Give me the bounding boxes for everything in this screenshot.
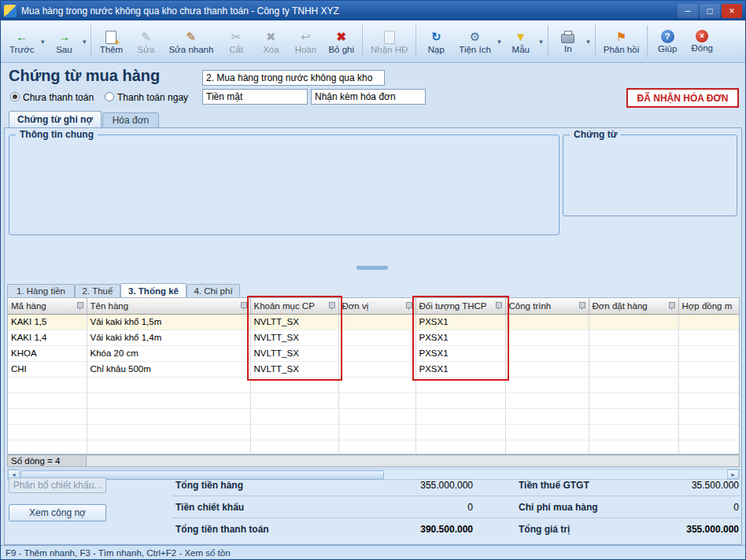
grid-tab-thong-ke[interactable]: 3. Thống kê: [120, 283, 186, 297]
total-payment-label: Tổng tiền thanh toán: [175, 524, 269, 535]
scissors-icon: ✂: [231, 29, 242, 44]
help-icon: ?: [661, 30, 674, 43]
toolbar-button-template[interactable]: ▼ Mẫu ▾: [504, 22, 545, 61]
toolbar-button-add[interactable]: Thêm: [94, 22, 128, 61]
unpost-icon: ✖: [336, 29, 346, 44]
pin-icon: [669, 302, 675, 308]
window-controls: – □ ×: [676, 4, 742, 18]
pin-icon: [406, 302, 412, 308]
grid-tab-hang-tien[interactable]: 1. Hàng tiền: [7, 284, 75, 297]
toolbar-button-edit: ✎ Sửa: [128, 22, 163, 61]
exit-icon: ×: [696, 30, 708, 42]
toolbar-button-quick-edit[interactable]: ✎ Sửa nhanh: [163, 22, 219, 61]
toolbar-separator: [90, 25, 91, 57]
row-count-label: Số dòng = 4: [8, 455, 87, 466]
toolbar: ← Trước ▾ → Sau ▾ Thêm ✎ Sửa ✎ Sửa nhanh…: [1, 20, 745, 63]
pin-icon: [329, 302, 335, 308]
document-group-title: Chứng từ: [570, 129, 621, 140]
empty-row: [8, 440, 740, 455]
dropdown-caret-icon: ▾: [41, 38, 45, 46]
status-bar: F9 - Thêm nhanh, F3 - Tìm nhanh, Ctrl+F2…: [1, 545, 745, 560]
invoice-mode-field[interactable]: Nhận kèm hóa đơn: [311, 89, 426, 105]
grid-tab-chi-phi[interactable]: 4. Chi phí: [186, 284, 240, 297]
payment-method-field[interactable]: Tiền mặt: [202, 89, 308, 105]
table-footer: Số dòng = 4: [7, 455, 740, 467]
toolbar-button-unpost[interactable]: ✖ Bỏ ghi: [323, 22, 360, 61]
grid-tab-thue[interactable]: 2. Thuế: [75, 284, 120, 297]
column-header-ten-hang[interactable]: Tên hàng: [87, 298, 250, 314]
dropdown-caret-icon: ▾: [83, 38, 87, 46]
arrow-right-icon: →: [58, 29, 70, 44]
toolbar-separator: [647, 25, 648, 57]
app-window: Mua hàng trong nước không qua kho chưa t…: [0, 0, 746, 560]
vat-value: 35.500.000: [621, 480, 739, 491]
add-document-icon: [105, 31, 116, 44]
discount-label: Tiền chiết khấu: [175, 502, 244, 513]
column-header-doi-tuong-thcp[interactable]: Đối tượng THCP: [415, 298, 505, 314]
toolbar-separator: [595, 25, 596, 57]
toolbar-separator: [415, 25, 416, 57]
toolbar-button-close-doc[interactable]: × Đóng: [685, 22, 719, 61]
empty-row: [8, 392, 740, 408]
general-info-title: Thông tin chung: [16, 129, 98, 140]
undo-icon: ↩: [301, 29, 311, 44]
document-group: Chứng từ: [563, 134, 737, 216]
allocate-discount-button: Phân bổ chiết khấu...: [9, 477, 106, 493]
column-header-cong-trinh[interactable]: Công trình: [505, 298, 589, 314]
radio-thanh-toan-ngay-label[interactable]: Thanh toán ngay: [117, 92, 188, 103]
toolbar-button-help[interactable]: ? Giúp: [650, 22, 685, 61]
vat-label: Tiền thuế GTGT: [519, 480, 589, 491]
pin-icon: [496, 302, 502, 308]
toolbar-separator: [548, 25, 548, 57]
items-table: Mã hàng Tên hàng Khoản mục CP Đơn vị Đối…: [8, 298, 740, 455]
empty-row: [8, 408, 740, 424]
column-header-hop-dong[interactable]: Hợp đồng m: [678, 298, 740, 314]
column-header-don-vi[interactable]: Đơn vị: [338, 298, 415, 314]
table-row[interactable]: KHOAKhóa 20 cmNVLTT_SXPXSX1: [8, 345, 740, 361]
close-button[interactable]: ×: [722, 4, 742, 18]
radio-chua-thanh-toan[interactable]: [10, 92, 20, 101]
total-goods-label: Tổng tiền hàng: [175, 480, 243, 491]
window-title: Mua hàng trong nước không qua kho chưa t…: [21, 6, 676, 17]
dropdown-caret-icon: ▾: [539, 38, 543, 46]
discount-value: 0: [353, 502, 473, 513]
maximize-button[interactable]: □: [700, 4, 720, 18]
receive-invoice-icon: [384, 31, 395, 44]
status-bar-text: F9 - Thêm nhanh, F3 - Tìm nhanh, Ctrl+F2…: [6, 548, 231, 558]
pin-icon: [579, 302, 585, 308]
empty-row: [8, 377, 740, 392]
column-header-ma-hang[interactable]: Mã hàng: [8, 298, 87, 314]
dropdown-caret-icon: ▾: [497, 38, 501, 46]
utilities-gear-icon: ⚙: [470, 29, 480, 44]
toolbar-separator: [362, 25, 363, 57]
summary-row-1: Tổng tiền hàng 355.000.000 Tiền thuế GTG…: [172, 476, 740, 496]
delete-icon: ✖: [266, 29, 276, 44]
radio-chua-thanh-toan-label[interactable]: Chưa thanh toán: [23, 92, 94, 103]
toolbar-button-feedback[interactable]: ⚑ Phản hồi: [598, 22, 644, 61]
toolbar-button-reload[interactable]: ↻ Nạp: [419, 22, 453, 61]
summary-row-2: Tiền chiết khấu 0 Chi phí mua hàng 0: [172, 498, 740, 518]
doc-type-dropdown[interactable]: 2. Mua hàng trong nước không qua kho: [202, 70, 385, 86]
tab-hoa-don[interactable]: Hóa đơn: [102, 112, 159, 127]
toolbar-button-print[interactable]: In ▾: [551, 22, 593, 61]
radio-thanh-toan-ngay[interactable]: [105, 92, 114, 101]
collapse-handle[interactable]: [356, 266, 388, 270]
tab-chung-tu-ghi-no[interactable]: Chứng từ ghi nợ: [9, 111, 102, 127]
minimize-button[interactable]: –: [678, 4, 698, 18]
grand-total-value: 355.000.000: [621, 524, 739, 535]
toolbar-button-receive-invoice: Nhận HĐ: [365, 22, 413, 61]
purchase-cost-value: 0: [621, 502, 739, 513]
pin-icon: [241, 302, 247, 308]
grand-total-label: Tổng giá trị: [519, 524, 570, 535]
table-row[interactable]: KAKI 1,5Vải kaki khổ 1,5mNVLTT_SXPXSX1: [8, 314, 740, 330]
toolbar-button-next[interactable]: → Sau ▾: [46, 22, 88, 61]
table-row[interactable]: CHIChỉ khâu 500mNVLTT_SXPXSX1: [8, 361, 740, 377]
pin-icon: [77, 302, 83, 308]
view-debt-button[interactable]: Xem công nợ: [9, 504, 106, 521]
table-row[interactable]: KAKI 1,4Vải kaki khổ 1,4mNVLTT_SXPXSX1: [8, 330, 740, 345]
summary-row-3: Tổng tiền thanh toán 390.500.000 Tổng gi…: [172, 520, 740, 540]
toolbar-button-utilities[interactable]: ⚙ Tiện ích ▾: [453, 22, 503, 61]
column-header-khoan-muc-cp[interactable]: Khoản mục CP: [250, 298, 338, 314]
toolbar-button-previous[interactable]: ← Trước ▾: [4, 22, 46, 61]
column-header-don-dat-hang[interactable]: Đơn đặt hàng: [589, 298, 678, 314]
